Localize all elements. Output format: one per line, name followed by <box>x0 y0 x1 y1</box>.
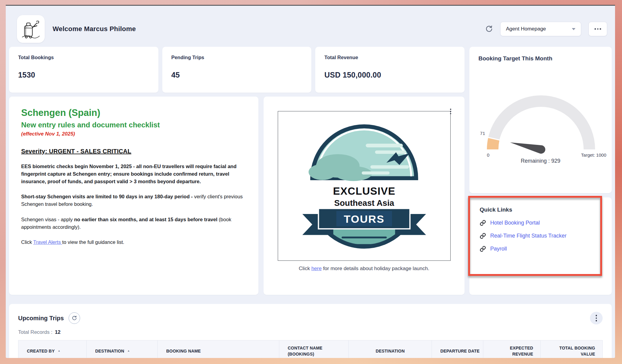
promo-image-frame: EXCLUSIVE Southeast Asia <box>278 111 451 261</box>
chain-link-icon <box>480 246 486 252</box>
alert-title: Schengen (Spain) <box>21 107 246 118</box>
gauge-needle <box>510 142 546 154</box>
kpi-label: Total Bookings <box>18 55 149 60</box>
page-selector-dropdown[interactable]: Agent Homepage <box>500 22 581 36</box>
more-options-button[interactable] <box>588 22 607 36</box>
agent-homepage-app: Welcome Marcus Philome Agent Homepage <box>6 5 615 358</box>
booking-target-gauge-panel: Booking Target This Month 71 0 Target: 1… <box>469 47 612 193</box>
sort-asc-icon: ▲ <box>58 349 60 353</box>
kpi-total-bookings: Total Bookings 1530 <box>9 47 158 93</box>
alert-effective-date: (effective Nov 1, 2025) <box>21 131 246 137</box>
kpi-value: 45 <box>171 71 303 79</box>
quick-links-title: Quick Links <box>480 206 601 213</box>
trips-title: Upcoming Trips <box>18 315 64 322</box>
tours-badge-logo: EXCLUSIVE Southeast Asia <box>296 120 432 252</box>
quick-link-flight-tracker[interactable]: Real-Time Flight Status Tracker <box>480 233 601 239</box>
badge-line-2: Southeast Asia <box>334 198 394 208</box>
quick-link-payroll[interactable]: Payroll <box>480 246 601 252</box>
trips-table-header: CREATED BY▲ DESTINATION▲ BOOKING NAME CO… <box>18 340 602 358</box>
upcoming-trips-panel: Upcoming Trips Total Records :12 <box>9 304 612 358</box>
quick-link-label: Real-Time Flight Status Tracker <box>490 233 566 239</box>
gauge-remaining-label: Remaining : 929 <box>469 158 612 164</box>
column-header-departure-date[interactable]: DEPARTURE DATE <box>432 340 483 358</box>
kpi-pending-trips: Pending Trips 45 <box>162 47 312 93</box>
alert-footer: Click Travel Alerts to view the full gui… <box>21 238 246 246</box>
alert-severity: Severity: URGENT - SALES CRITICAL <box>21 148 246 155</box>
alert-paragraph-1: EES biometric checks begin November 1, 2… <box>21 163 246 185</box>
gauge-target-label: Target: 1000 <box>581 152 606 158</box>
ellipsis-icon <box>594 28 596 30</box>
page-title: Welcome Marcus Philome <box>53 25 136 33</box>
app-header: Welcome Marcus Philome Agent Homepage <box>6 6 615 45</box>
chevron-down-icon <box>572 28 575 30</box>
gauge-title: Booking Target This Month <box>478 55 603 62</box>
travel-alerts-link[interactable]: Travel Alerts <box>33 239 62 245</box>
column-header-booking-name[interactable]: BOOKING NAME <box>157 340 279 358</box>
column-header-destination-2[interactable]: DESTINATION <box>348 340 432 358</box>
column-header-destination[interactable]: DESTINATION▲ <box>86 340 157 358</box>
badge-line-1: EXCLUSIVE <box>333 185 395 197</box>
promo-here-link[interactable]: here <box>311 266 322 271</box>
kpi-row: Total Bookings 1530 Pending Trips 45 Tot… <box>9 47 465 93</box>
desktop-gradient-frame: Welcome Marcus Philome Agent Homepage <box>0 0 622 364</box>
page-selector-value: Agent Homepage <box>506 26 546 32</box>
ellipsis-vertical-icon <box>596 315 597 316</box>
sort-asc-icon: ▲ <box>127 349 130 353</box>
badge-line-3: TOURS <box>344 213 384 225</box>
chain-link-icon <box>480 220 486 226</box>
app-logo <box>17 15 45 43</box>
column-header-created-by[interactable]: CREATED BY▲ <box>18 340 86 358</box>
kpi-label: Total Revenue <box>324 55 455 60</box>
trips-refresh-button[interactable] <box>69 312 80 324</box>
chain-link-icon <box>480 233 486 239</box>
kpi-total-revenue: Total Revenue USD 150,000.00 <box>315 47 465 93</box>
travel-suitcase-plane-icon <box>20 18 41 40</box>
refresh-icon[interactable] <box>485 25 493 33</box>
kpi-value: 1530 <box>18 71 149 79</box>
alert-paragraph-2: Short-stay Schengen visits are limited t… <box>21 193 246 208</box>
quick-link-label: Payroll <box>490 246 507 252</box>
promo-panel: EXCLUSIVE Southeast Asia <box>264 97 465 295</box>
quick-link-hotel-booking[interactable]: Hotel Booking Portal <box>480 220 601 226</box>
promo-caption: Click here for more details about holida… <box>277 266 451 272</box>
image-options-icon[interactable] <box>450 109 451 114</box>
travel-alert-panel: Schengen (Spain) New entry rules and doc… <box>9 97 258 295</box>
kpi-label: Pending Trips <box>171 55 303 60</box>
alert-paragraph-3: Schengen visas - apply no earlier than s… <box>21 216 246 231</box>
quick-link-label: Hotel Booking Portal <box>490 220 540 226</box>
trips-more-options-button[interactable] <box>590 312 603 324</box>
column-header-contact-name[interactable]: CONTACT NAME (BOOKINGS) <box>279 340 348 358</box>
gauge-current-value: 71 <box>472 131 485 136</box>
alert-subtitle: New entry rules and document checklist <box>21 121 246 129</box>
gauge-min-label: 0 <box>487 152 489 158</box>
kpi-value: USD 150,000.00 <box>324 71 455 79</box>
total-records: Total Records :12 <box>18 329 603 335</box>
column-header-total-booking-value[interactable]: TOTAL BOOKING VALUE <box>540 340 602 358</box>
quick-links-panel: Quick Links Hotel Booking Portal <box>469 197 612 295</box>
trips-table: CREATED BY▲ DESTINATION▲ BOOKING NAME CO… <box>18 340 603 358</box>
column-header-expected-revenue[interactable]: EXPECTED REVENUE <box>483 340 540 358</box>
